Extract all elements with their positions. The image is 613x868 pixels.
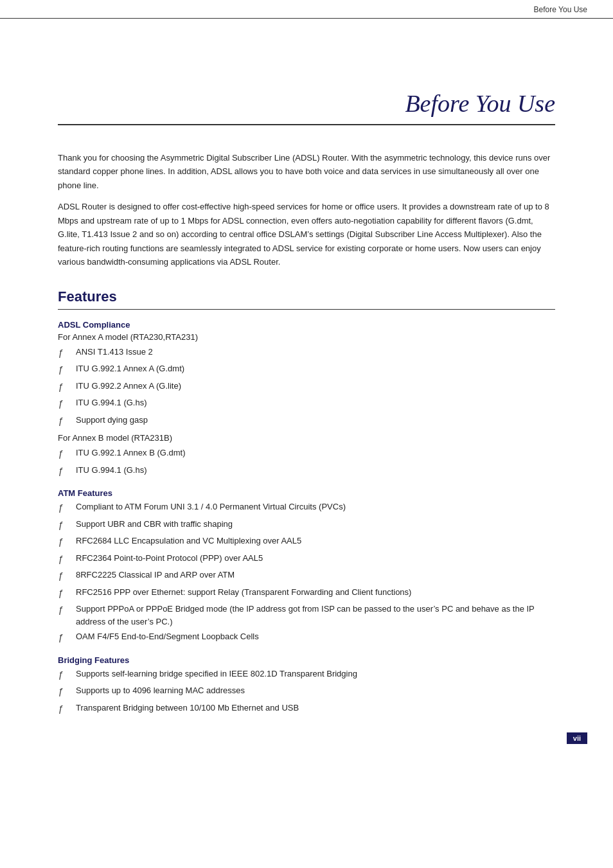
bullet-icon: ƒ: [58, 684, 76, 699]
list-item-text: Transparent Bridging between 10/100 Mb E…: [76, 702, 555, 714]
intro-para-1: Thank you for choosing the Asymmetric Di…: [58, 151, 555, 192]
adsl-annex-a-list: ƒ ANSI T1.413 Issue 2 ƒ ITU G.992.1 Anne…: [58, 346, 555, 429]
bullet-icon: ƒ: [58, 362, 76, 377]
bullet-icon: ƒ: [58, 702, 76, 716]
features-heading: Features: [58, 288, 555, 310]
list-item-text: Compliant to ATM Forum UNI 3.1 / 4.0 Per…: [76, 500, 555, 513]
list-item: ƒ Supports self-learning bridge specifie…: [58, 668, 555, 682]
adsl-annex-b-list: ƒ ITU G.992.1 Annex B (G.dmt) ƒ ITU G.99…: [58, 447, 555, 478]
top-bar: Before You Use: [0, 0, 613, 19]
bullet-icon: ƒ: [58, 552, 76, 567]
adsl-compliance-heading: ADSL Compliance: [58, 320, 555, 330]
adsl-annex-a-note: For Annex A model (RTA230,RTA231): [58, 332, 555, 342]
adsl-annex-b-note: For Annex B model (RTA231B): [58, 433, 555, 443]
bullet-icon: ƒ: [58, 518, 76, 533]
features-section: Features ADSL Compliance For Annex A mod…: [58, 288, 555, 716]
list-item-text: Supports up to 4096 learning MAC address…: [76, 684, 555, 697]
list-item: ƒ Compliant to ATM Forum UNI 3.1 / 4.0 P…: [58, 500, 555, 515]
bullet-icon: ƒ: [58, 447, 76, 461]
bullet-icon: ƒ: [58, 668, 76, 682]
list-item: ƒ RFC2684 LLC Encapsulation and VC Multi…: [58, 535, 555, 549]
top-bar-title: Before You Use: [534, 5, 587, 14]
list-item: ƒ OAM F4/F5 End-to-End/Segment Loopback …: [58, 630, 555, 645]
list-item-text: RFC2684 LLC Encapsulation and VC Multipl…: [76, 535, 555, 547]
list-item-text: Supports self-learning bridge specified …: [76, 668, 555, 680]
list-item: ƒ Transparent Bridging between 10/100 Mb…: [58, 702, 555, 716]
atm-features-list: ƒ Compliant to ATM Forum UNI 3.1 / 4.0 P…: [58, 500, 555, 645]
list-item-text: Support UBR and CBR with traffic shaping: [76, 518, 555, 531]
list-item: ƒ 8RFC2225 Classical IP and ARP over ATM: [58, 569, 555, 583]
list-item-text: Support PPPoA or PPPoE Bridged mode (the…: [76, 603, 555, 628]
list-item: ƒ ITU G.994.1 (G.hs): [58, 464, 555, 479]
chapter-title-section: Before You Use: [58, 89, 555, 125]
bullet-icon: ƒ: [58, 603, 76, 617]
list-item: ƒ Support dying gasp: [58, 414, 555, 429]
intro-para-2: ADSL Router is designed to offer cost-ef…: [58, 200, 555, 269]
list-item: ƒ ITU G.992.1 Annex A (G.dmt): [58, 362, 555, 377]
list-item-text: ITU G.992.1 Annex A (G.dmt): [76, 362, 555, 375]
bullet-icon: ƒ: [58, 535, 76, 549]
list-item: ƒ ITU G.994.1 (G.hs): [58, 396, 555, 411]
atm-features-heading: ATM Features: [58, 488, 555, 498]
list-item: ƒ Support UBR and CBR with traffic shapi…: [58, 518, 555, 533]
bullet-icon: ƒ: [58, 380, 76, 394]
list-item-text: ANSI T1.413 Issue 2: [76, 346, 555, 359]
bridging-features-heading: Bridging Features: [58, 655, 555, 665]
bullet-icon: ƒ: [58, 464, 76, 479]
list-item-text: RFC2516 PPP over Ethernet: support Relay…: [76, 586, 555, 599]
list-item-text: ITU G.992.2 Annex A (G.lite): [76, 380, 555, 393]
bullet-icon: ƒ: [58, 414, 76, 429]
bullet-icon: ƒ: [58, 630, 76, 645]
bullet-icon: ƒ: [58, 586, 76, 601]
list-item-text: ITU G.994.1 (G.hs): [76, 396, 555, 409]
list-item-text: ITU G.994.1 (G.hs): [76, 464, 555, 477]
list-item: ƒ ITU G.992.1 Annex B (G.dmt): [58, 447, 555, 461]
intro-section: Thank you for choosing the Asymmetric Di…: [58, 151, 555, 269]
chapter-title: Before You Use: [405, 90, 555, 117]
page-number: vii: [573, 734, 581, 742]
bullet-icon: ƒ: [58, 346, 76, 360]
list-item: ƒ RFC2516 PPP over Ethernet: support Rel…: [58, 586, 555, 601]
bridging-features-list: ƒ Supports self-learning bridge specifie…: [58, 668, 555, 716]
bullet-icon: ƒ: [58, 396, 76, 411]
bullet-icon: ƒ: [58, 569, 76, 583]
list-item: ƒ RFC2364 Point-to-Point Protocol (PPP) …: [58, 552, 555, 567]
list-item-text: ITU G.992.1 Annex B (G.dmt): [76, 447, 555, 459]
list-item-text: Support dying gasp: [76, 414, 555, 427]
page-content: Before You Use Thank you for choosing th…: [0, 19, 613, 757]
list-item: ƒ Supports up to 4096 learning MAC addre…: [58, 684, 555, 699]
list-item: ƒ ANSI T1.413 Issue 2: [58, 346, 555, 360]
list-item-text: RFC2364 Point-to-Point Protocol (PPP) ov…: [76, 552, 555, 565]
list-item-text: OAM F4/F5 End-to-End/Segment Loopback Ce…: [76, 630, 555, 643]
list-item: ƒ Support PPPoA or PPPoE Bridged mode (t…: [58, 603, 555, 628]
list-item-text: 8RFC2225 Classical IP and ARP over ATM: [76, 569, 555, 581]
bullet-icon: ƒ: [58, 500, 76, 515]
list-item: ƒ ITU G.992.2 Annex A (G.lite): [58, 380, 555, 394]
page-footer: vii: [567, 732, 587, 744]
